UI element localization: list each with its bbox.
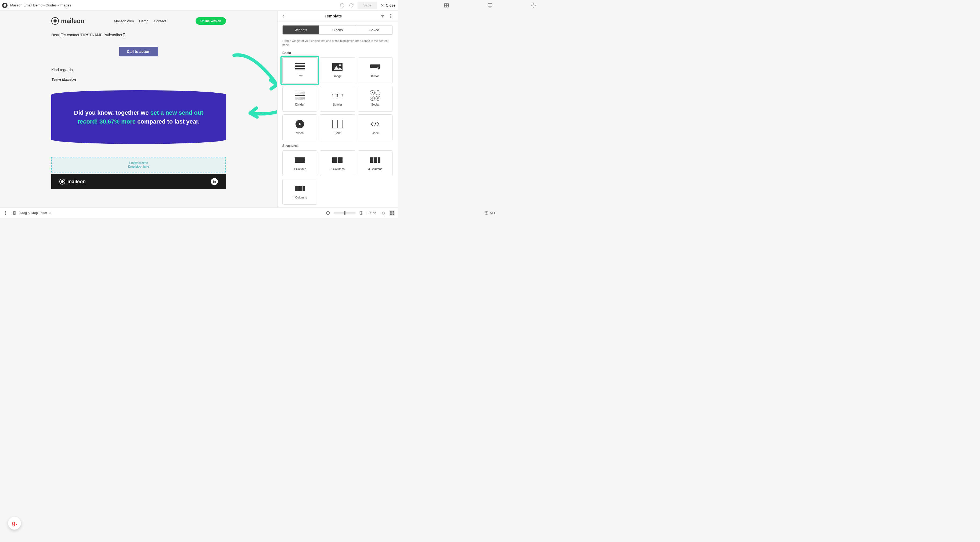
zoom-percent: 100 % xyxy=(367,211,378,215)
col3-icon xyxy=(370,156,380,164)
bottombar-more-icon[interactable] xyxy=(3,210,9,216)
cta-button[interactable]: Call to action xyxy=(119,47,158,56)
svg-rect-17 xyxy=(295,63,305,64)
structure-1col[interactable]: 1 Column xyxy=(282,150,317,176)
svg-rect-20 xyxy=(295,68,305,69)
document-title: Maileon Email Demo - Guides - Images xyxy=(10,3,71,7)
svg-rect-41 xyxy=(378,157,380,163)
svg-rect-64 xyxy=(390,214,391,215)
svg-point-16 xyxy=(390,17,391,18)
widget-label: 4 Columns xyxy=(293,196,307,199)
widget-code[interactable]: Code xyxy=(358,114,393,140)
col1-icon xyxy=(295,156,305,164)
svg-rect-28 xyxy=(295,95,305,96)
svg-rect-29 xyxy=(295,97,305,100)
svg-rect-63 xyxy=(393,213,394,213)
widget-split[interactable]: Split xyxy=(320,114,355,140)
widget-label: Social xyxy=(371,103,379,106)
svg-rect-65 xyxy=(391,214,393,215)
panel-title: Template xyxy=(290,14,377,18)
online-version-button[interactable]: Online Version xyxy=(196,17,226,25)
col4-icon xyxy=(295,184,305,192)
divider-widget-icon xyxy=(295,92,305,100)
widget-button[interactable]: Button xyxy=(358,57,393,83)
nav-link-site[interactable]: Maileon.com xyxy=(114,19,134,23)
widget-label: Video xyxy=(296,131,304,135)
nav-link-contact[interactable]: Contact xyxy=(154,19,166,23)
widget-video[interactable]: Video xyxy=(282,114,317,140)
empty-drop-zone[interactable]: Empty column Drop block here xyxy=(51,157,226,172)
svg-rect-21 xyxy=(295,70,305,70)
structure-2col[interactable]: 2 Columns xyxy=(320,150,355,176)
code-widget-icon xyxy=(370,120,380,128)
footer-brand-name: maileon xyxy=(67,179,86,184)
regards-text[interactable]: Kind regards, xyxy=(51,68,226,72)
brand-logo-icon xyxy=(51,17,59,25)
widget-social[interactable]: +f◎✕ Social xyxy=(358,86,393,112)
video-widget-icon xyxy=(295,120,305,128)
widget-image[interactable]: Image xyxy=(320,57,355,83)
canvas-area[interactable]: maileon Maileon.com Demo Contact Online … xyxy=(0,11,277,207)
svg-rect-44 xyxy=(300,186,302,191)
panel-back-icon[interactable] xyxy=(281,13,287,19)
save-button[interactable]: Save xyxy=(358,2,377,9)
svg-rect-50 xyxy=(13,212,15,213)
redo-icon[interactable] xyxy=(348,2,354,8)
tab-saved[interactable]: Saved xyxy=(356,25,393,34)
editor-mode-dropdown[interactable]: Drag & Drop Editor xyxy=(20,211,51,215)
image-widget-icon xyxy=(332,63,342,71)
team-signature[interactable]: Team Maileon xyxy=(51,77,226,82)
structure-4col[interactable]: 4 Columns xyxy=(282,179,317,205)
zoom-out-icon[interactable] xyxy=(325,210,331,216)
undo-icon[interactable] xyxy=(339,2,345,8)
notifications-icon[interactable] xyxy=(380,210,386,216)
widget-label: Divider xyxy=(295,103,304,106)
svg-point-47 xyxy=(5,213,6,213)
svg-rect-62 xyxy=(391,213,393,213)
svg-point-48 xyxy=(5,214,6,215)
nav-link-demo[interactable]: Demo xyxy=(139,19,148,23)
svg-point-46 xyxy=(5,211,6,212)
split-widget-icon xyxy=(332,120,342,128)
tab-widgets[interactable]: Widgets xyxy=(283,25,319,34)
hero-text-1: Did you know, together we xyxy=(74,109,150,116)
widget-divider[interactable]: Divider xyxy=(282,86,317,112)
footer-logo-icon xyxy=(59,179,65,184)
widget-text[interactable]: Text xyxy=(282,57,317,83)
close-label: Close xyxy=(386,3,395,8)
panel-more-icon[interactable] xyxy=(388,13,394,19)
widget-label: Button xyxy=(371,75,380,78)
svg-rect-59 xyxy=(391,211,393,212)
close-button[interactable]: Close xyxy=(380,3,395,8)
chevron-down-icon xyxy=(49,211,51,215)
svg-point-13 xyxy=(383,16,383,17)
hero-banner[interactable]: Did you know, together we set a new send… xyxy=(51,90,226,144)
svg-rect-18 xyxy=(295,65,305,65)
svg-rect-27 xyxy=(295,92,305,95)
spacer-widget-icon xyxy=(332,92,342,100)
tab-blocks[interactable]: Blocks xyxy=(319,25,356,34)
grid-view-icon[interactable] xyxy=(389,210,395,216)
app-logo-icon xyxy=(2,3,8,8)
panel-sliders-icon[interactable] xyxy=(379,13,385,19)
widget-label: Text xyxy=(297,75,302,78)
linkedin-icon[interactable]: in xyxy=(211,178,218,185)
zoom-in-icon[interactable] xyxy=(358,210,364,216)
bottombar: Drag & Drop Editor OFF 100 % xyxy=(0,207,398,218)
zoom-slider[interactable] xyxy=(334,213,356,213)
widget-label: Split xyxy=(335,131,340,135)
widget-label: Code xyxy=(372,131,379,135)
hero-text-2: compared to last year. xyxy=(136,118,200,125)
widget-label: Spacer xyxy=(333,103,342,106)
email-footer[interactable]: maileon in xyxy=(51,174,226,189)
svg-rect-43 xyxy=(298,186,300,191)
structure-3col[interactable]: 3 Columns xyxy=(358,150,393,176)
helper-text: Drag a widget of your choice into one of… xyxy=(277,35,398,49)
svg-line-35 xyxy=(374,122,376,126)
svg-rect-42 xyxy=(295,186,297,191)
brand-logo: maileon xyxy=(51,17,84,25)
greeting-text[interactable]: Dear [[% contact 'FIRSTNAME' 'subscriber… xyxy=(51,32,226,47)
svg-rect-66 xyxy=(393,214,394,215)
editor-mode-icon[interactable] xyxy=(11,210,17,216)
widget-spacer[interactable]: Spacer xyxy=(320,86,355,112)
